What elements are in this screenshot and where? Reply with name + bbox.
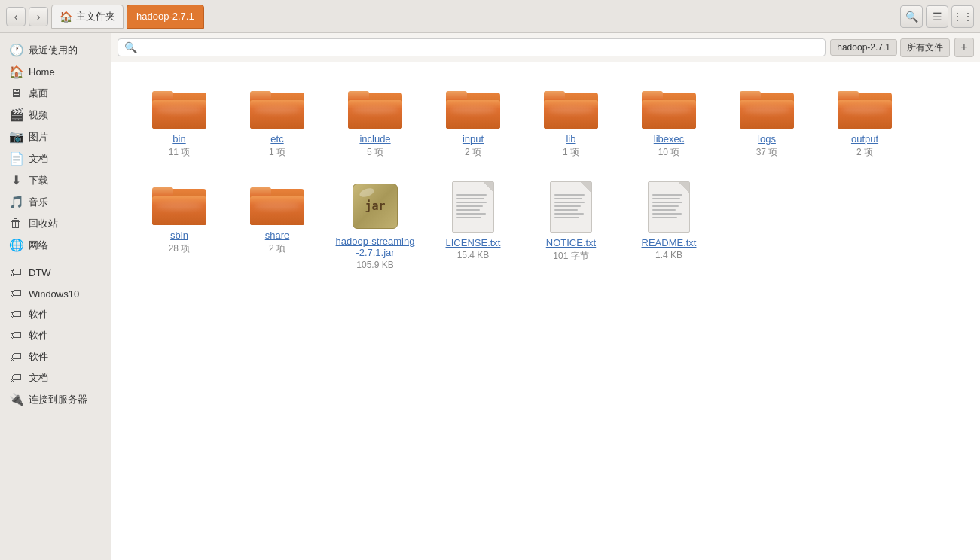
tab-home[interactable]: 🏠 主文件夹 [51,5,124,29]
file-item-hadoop-streaming[interactable]: jar hadoop-streaming-2.7.1.jar 105.9 KB [330,174,420,278]
sidebar-item-dtw[interactable]: 🏷 DTW [0,262,111,283]
list-view-button[interactable]: ☰ [926,5,948,28]
grid-view-button[interactable]: ⋮⋮ [951,5,974,28]
file-name-logs: logs [758,133,776,145]
sidebar-label-desktop: 桌面 [29,87,48,100]
sidebar-label-software3: 软件 [29,350,48,364]
sidebar-icon-pictures: 📷 [9,129,23,144]
sidebar-item-docs2[interactable]: 🏷 文档 [0,367,111,388]
breadcrumb-hadoop[interactable]: hadoop-2.7.1 [830,39,897,56]
file-name-hadoop-streaming: hadoop-streaming-2.7.1.jar [334,236,416,258]
file-name-sbin: sbin [170,230,188,241]
sidebar-icon-network: 🌐 [9,238,23,252]
sidebar-item-home[interactable]: 🏠 Home [0,61,111,83]
sidebar-item-software2[interactable]: 🏷 软件 [0,325,111,346]
sidebar-icon-docs2: 🏷 [9,371,23,385]
sidebar-item-documents[interactable]: 📄 文档 [0,148,111,169]
sidebar-label-software1: 软件 [29,308,48,321]
file-item-input[interactable]: input 2 项 [428,78,518,166]
search-button[interactable]: 🔍 [900,5,923,28]
sidebar-item-music[interactable]: 🎵 音乐 [0,191,111,213]
sidebar-item-connect[interactable]: 🔌 连接到服务器 [0,388,111,410]
sidebar-label-software2: 软件 [29,329,48,342]
main-layout: 🕐 最近使用的 🏠 Home 🖥 桌面 🎬 视频 📷 图片 📄 文档 ⬇ 下载 … [0,33,980,560]
file-meta-bin: 11 项 [169,146,191,159]
sidebar-icon-dtw: 🏷 [9,266,23,279]
file-item-share[interactable]: share 2 项 [232,174,322,278]
folder-icon [152,181,206,225]
back-button[interactable]: ‹ [6,7,26,26]
file-meta-include: 5 项 [367,146,383,159]
sidebar-icon-music: 🎵 [9,195,23,209]
file-item-etc[interactable]: etc 1 项 [232,78,322,166]
file-name-readme: README.txt [642,237,697,248]
txt-icon [452,181,494,233]
sidebar-icon-downloads: ⬇ [9,173,23,187]
sidebar-label-home: Home [29,66,55,78]
sidebar-item-windows10[interactable]: 🏷 Windows10 [0,283,111,304]
sidebar-item-desktop[interactable]: 🖥 桌面 [0,83,111,104]
sidebar-item-trash[interactable]: 🗑 回收站 [0,213,111,234]
sidebar-icon-home: 🏠 [9,65,23,79]
sidebar-label-trash: 回收站 [29,217,58,230]
sidebar-label-pictures: 图片 [29,130,48,144]
file-item-logs[interactable]: logs 37 项 [722,78,812,166]
tab-active[interactable]: hadoop-2.7.1 [127,5,204,29]
sidebar-item-downloads[interactable]: ⬇ 下载 [0,169,111,191]
sidebar-item-network[interactable]: 🌐 网络 [0,234,111,256]
file-meta-hadoop-streaming: 105.9 KB [356,260,393,270]
location-bar: 🔍 hadoop-2.7.1 所有文件 + [111,33,980,62]
file-meta-sbin: 28 项 [169,242,191,255]
file-name-input: input [463,133,484,145]
content-area: 🔍 hadoop-2.7.1 所有文件 + bin 11 项 [111,33,980,560]
file-name-include: include [359,133,390,145]
sidebar-label-windows10: Windows10 [29,288,79,300]
sidebar: 🕐 最近使用的 🏠 Home 🖥 桌面 🎬 视频 📷 图片 📄 文档 ⬇ 下载 … [0,33,111,560]
sidebar-label-video: 视频 [29,108,48,122]
file-item-readme[interactable]: README.txt 1.4 KB [624,174,714,278]
tab-active-label: hadoop-2.7.1 [136,11,194,22]
file-name-etc: etc [270,133,283,145]
file-name-notice: NOTICE.txt [546,237,596,248]
file-meta-logs: 37 项 [756,146,778,159]
sidebar-icon-video: 🎬 [9,108,23,122]
search-box[interactable]: 🔍 [118,38,826,56]
file-item-notice[interactable]: NOTICE.txt 101 字节 [526,174,616,278]
file-item-include[interactable]: include 5 项 [330,78,420,166]
sidebar-item-software3[interactable]: 🏷 软件 [0,346,111,367]
file-item-bin[interactable]: bin 11 项 [134,78,224,166]
file-name-bin: bin [172,133,185,145]
file-item-license[interactable]: LICENSE.txt 15.4 KB [428,174,518,278]
file-item-sbin[interactable]: sbin 28 项 [134,174,224,278]
sidebar-item-video[interactable]: 🎬 视频 [0,104,111,126]
sidebar-item-recent[interactable]: 🕐 最近使用的 [0,39,111,61]
folder-icon [250,85,304,129]
folder-icon [740,85,794,129]
folder-icon [838,85,892,129]
file-meta-license: 15.4 KB [457,250,490,260]
forward-button[interactable]: › [29,7,48,26]
folder-icon [250,181,304,225]
home-tab-icon: 🏠 [60,11,72,23]
add-button[interactable]: + [954,38,974,57]
sidebar-item-pictures[interactable]: 📷 图片 [0,126,111,148]
folder-icon [642,85,696,129]
file-item-lib[interactable]: lib 1 项 [526,78,616,166]
file-item-libexec[interactable]: libexec 10 项 [624,78,714,166]
file-name-lib: lib [566,133,575,145]
folder-icon [544,85,598,129]
sidebar-label-music: 音乐 [29,196,48,209]
file-name-output: output [851,133,878,145]
sidebar-item-software1[interactable]: 🏷 软件 [0,304,111,325]
search-input[interactable] [142,42,819,53]
sidebar-label-dtw: DTW [29,267,51,278]
sidebar-icon-software1: 🏷 [9,308,23,321]
file-item-output[interactable]: output 2 项 [820,78,910,166]
sidebar-icon-windows10: 🏷 [9,287,23,300]
file-meta-share: 2 项 [269,242,285,255]
sidebar-icon-software2: 🏷 [9,329,23,342]
all-files-button[interactable]: 所有文件 [900,38,950,57]
sidebar-label-documents: 文档 [29,152,48,166]
folder-icon [446,85,500,129]
sidebar-label-connect: 连接到服务器 [29,393,87,406]
